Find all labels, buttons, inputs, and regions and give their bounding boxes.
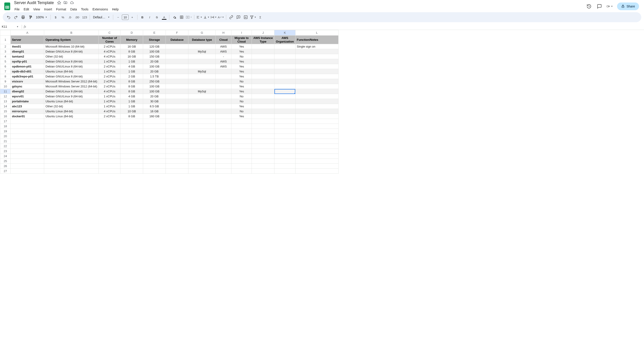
cell[interactable] (295, 104, 338, 109)
strikethrough-button[interactable]: S (154, 14, 160, 20)
cell[interactable] (120, 169, 143, 174)
cell[interactable]: Yes (232, 114, 252, 119)
cell[interactable]: Ubuntu Linux (64-bit) (44, 109, 99, 114)
cell[interactable] (295, 74, 338, 79)
cell[interactable] (44, 124, 99, 129)
cell[interactable] (216, 159, 232, 164)
cell[interactable] (188, 144, 216, 149)
cell[interactable]: 250 GB (143, 79, 166, 84)
cell[interactable]: 10 GB (120, 109, 143, 114)
row-header-1[interactable]: 1 (0, 36, 11, 44)
cell[interactable]: 4 vCPUs (99, 109, 120, 114)
cell[interactable] (166, 154, 188, 159)
cell[interactable] (295, 119, 338, 124)
cell[interactable] (295, 114, 338, 119)
cell[interactable] (274, 59, 295, 64)
document-title[interactable]: Server Audit Template (13, 0, 55, 6)
header-cell[interactable]: Cloud (216, 36, 232, 44)
cell[interactable]: 100 GB (143, 49, 166, 54)
cell[interactable] (143, 124, 166, 129)
cell[interactable] (188, 119, 216, 124)
cell[interactable]: MySql (188, 89, 216, 94)
cell[interactable] (188, 164, 216, 169)
font-select[interactable]: Defaul…▼ (92, 16, 111, 19)
menu-help[interactable]: Help (110, 6, 120, 12)
header-cell[interactable]: Function/Notes (295, 36, 338, 44)
cell[interactable] (216, 69, 232, 74)
cell[interactable] (99, 164, 120, 169)
cell[interactable] (143, 134, 166, 139)
cell[interactable] (252, 74, 274, 79)
cell[interactable]: Debian GNU/Linux 8 (64-bit) (44, 49, 99, 54)
cell[interactable] (252, 104, 274, 109)
cell[interactable] (252, 84, 274, 89)
cell[interactable]: No (232, 79, 252, 84)
cell[interactable]: AWS (216, 49, 232, 54)
cell[interactable] (252, 124, 274, 129)
cell[interactable] (166, 164, 188, 169)
cell[interactable] (295, 164, 338, 169)
cell[interactable] (44, 149, 99, 154)
cell[interactable]: 20 GB (143, 69, 166, 74)
font-size-input[interactable]: 10 (122, 14, 128, 20)
cell[interactable]: 1 vCPUs (99, 94, 120, 99)
cell[interactable]: Yes (232, 69, 252, 74)
cell[interactable] (166, 64, 188, 69)
cell[interactable] (44, 159, 99, 164)
cell[interactable] (295, 159, 338, 164)
col-header-D[interactable]: D (120, 30, 143, 36)
cell[interactable] (44, 154, 99, 159)
star-icon[interactable] (57, 1, 61, 5)
cell[interactable]: Debian GNU/Linux 8 (64-bit) (44, 89, 99, 94)
cell[interactable] (44, 134, 99, 139)
increase-decimal-button[interactable]: .00↑ (74, 14, 80, 20)
cell[interactable] (99, 134, 120, 139)
cell[interactable] (188, 84, 216, 89)
header-cell[interactable]: AWS Instance Type (252, 36, 274, 44)
cell[interactable] (166, 54, 188, 59)
menu-format[interactable]: Format (54, 6, 68, 12)
cell[interactable] (216, 134, 232, 139)
cell[interactable] (295, 154, 338, 159)
cell[interactable]: 8 GB (120, 89, 143, 94)
cell[interactable] (188, 74, 216, 79)
meet-button[interactable]: ▼ (607, 3, 613, 10)
more-formats-button[interactable]: 123 (82, 14, 88, 20)
cell[interactable] (252, 139, 274, 144)
cell[interactable] (274, 139, 295, 144)
cell[interactable] (274, 79, 295, 84)
cell[interactable]: Debian GNU/Linux 8 (64-bit) (44, 74, 99, 79)
cell[interactable] (143, 164, 166, 169)
cell[interactable]: Debian GNU/Linux 8 (64-bit) (44, 59, 99, 64)
cell[interactable] (274, 149, 295, 154)
cell[interactable] (188, 134, 216, 139)
cell[interactable] (274, 89, 295, 94)
cell[interactable] (99, 154, 120, 159)
cell[interactable] (252, 144, 274, 149)
cell[interactable]: docker01 (11, 114, 44, 119)
cell[interactable] (99, 159, 120, 164)
link-button[interactable] (228, 14, 234, 20)
cell[interactable] (252, 89, 274, 94)
comments-icon[interactable] (596, 3, 602, 10)
cell[interactable] (252, 149, 274, 154)
cell[interactable] (188, 59, 216, 64)
cell[interactable] (252, 114, 274, 119)
header-cell[interactable]: Migrate to Cloud (232, 36, 252, 44)
row-header-2[interactable]: 2 (0, 44, 11, 49)
cell[interactable]: No (232, 54, 252, 59)
cell[interactable] (295, 94, 338, 99)
cell[interactable] (232, 139, 252, 144)
menu-data[interactable]: Data (68, 6, 79, 12)
menu-extensions[interactable]: Extensions (90, 6, 110, 12)
cell[interactable]: 4 vCPUs (99, 54, 120, 59)
cell[interactable] (295, 79, 338, 84)
cell[interactable]: 1 GB (120, 59, 143, 64)
cell[interactable] (274, 144, 295, 149)
cell[interactable] (274, 99, 295, 104)
row-header-5[interactable]: 5 (0, 59, 11, 64)
row-header-10[interactable]: 10 (0, 84, 11, 89)
cell[interactable] (295, 129, 338, 134)
cell[interactable] (11, 134, 44, 139)
row-header-15[interactable]: 15 (0, 109, 11, 114)
